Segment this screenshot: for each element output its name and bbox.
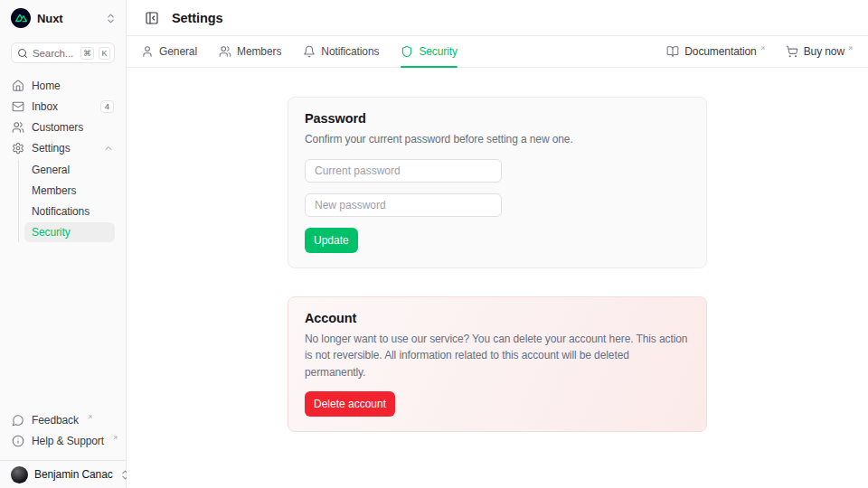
shield-icon xyxy=(401,45,413,58)
buy-now-label: Buy now xyxy=(804,45,844,58)
password-card-title: Password xyxy=(305,111,690,126)
shopping-cart-icon xyxy=(786,45,798,58)
tab-members[interactable]: Members xyxy=(219,36,281,67)
buy-now-link[interactable]: Buy now xyxy=(786,45,854,58)
help-support-label: Help & Support xyxy=(32,435,104,447)
account-card-description: No longer want to use our service? You c… xyxy=(305,331,688,381)
nuxt-logo-icon xyxy=(11,8,31,28)
chat-bubble-icon xyxy=(12,414,24,427)
tab-security[interactable]: Security xyxy=(401,36,458,67)
sidebar-item-customers[interactable]: Customers xyxy=(7,118,118,136)
inbox-icon xyxy=(12,100,24,113)
tab-label: Members xyxy=(237,45,281,58)
settings-submenu: General Members Notifications Security xyxy=(18,160,115,242)
collapse-sidebar-button[interactable] xyxy=(141,7,163,29)
tab-label: General xyxy=(159,45,197,58)
panel-left-close-icon xyxy=(145,11,159,25)
gear-icon xyxy=(12,142,24,155)
bell-icon xyxy=(303,45,316,58)
tab-notifications[interactable]: Notifications xyxy=(303,36,379,67)
customers-icon xyxy=(12,121,24,134)
home-icon xyxy=(12,80,24,92)
sidebar-item-home[interactable]: Home xyxy=(7,77,118,95)
chevron-up-icon xyxy=(103,143,114,154)
kbd-meta: ⌘ xyxy=(80,47,94,60)
search-placeholder: Search... xyxy=(33,48,76,59)
external-link-icon xyxy=(847,45,854,52)
password-card: Password Confirm your current password b… xyxy=(288,97,707,268)
chevron-up-down-icon xyxy=(105,13,117,24)
sidebar-item-members[interactable]: Members xyxy=(24,181,115,201)
sidebar-item-security[interactable]: Security xyxy=(24,222,115,242)
account-card-title: Account xyxy=(305,311,690,325)
workspace-name: Nuxt xyxy=(37,12,99,25)
sidebar-footer: Feedback Help & Support xyxy=(7,411,118,453)
sidebar-item-label: Customers xyxy=(32,121,114,134)
main-panel: Settings General Members Notifications xyxy=(127,0,868,488)
settings-tabs: General Members Notifications Security xyxy=(141,36,458,67)
sidebar: Nuxt Search... ⌘ K Home Inbox 4 Customer… xyxy=(0,0,127,488)
sidebar-item-label: Inbox xyxy=(32,100,93,113)
user-icon xyxy=(141,45,154,58)
delete-account-button[interactable]: Delete account xyxy=(305,391,395,417)
documentation-link[interactable]: Documentation xyxy=(666,45,765,58)
sidebar-item-general[interactable]: General xyxy=(24,160,115,180)
sidebar-spacer xyxy=(0,243,126,411)
info-circle-icon xyxy=(12,435,24,447)
feedback-label: Feedback xyxy=(32,414,79,427)
sidebar-item-label: Home xyxy=(32,80,114,92)
user-name: Benjamin Canac xyxy=(34,468,113,481)
tabs-bar: General Members Notifications Security xyxy=(127,36,868,68)
tab-general[interactable]: General xyxy=(141,36,197,67)
sidebar-item-inbox[interactable]: Inbox 4 xyxy=(7,98,118,116)
feedback-link[interactable]: Feedback xyxy=(7,411,118,429)
kbd-k: K xyxy=(99,47,110,60)
sidebar-item-label: Settings xyxy=(32,142,96,155)
inbox-count-badge: 4 xyxy=(100,100,114,113)
page-title: Settings xyxy=(172,11,222,25)
external-link-icon xyxy=(760,45,766,52)
book-open-icon xyxy=(666,45,679,58)
tab-label: Notifications xyxy=(321,45,379,58)
app-window: Nuxt Search... ⌘ K Home Inbox 4 Customer… xyxy=(0,0,868,488)
content-area: Password Confirm your current password b… xyxy=(127,68,868,488)
avatar xyxy=(11,466,28,483)
help-support-link[interactable]: Help & Support xyxy=(7,432,118,450)
documentation-label: Documentation xyxy=(684,45,756,58)
sidebar-item-notifications[interactable]: Notifications xyxy=(24,202,115,221)
sidebar-nav: Home Inbox 4 Customers Settings General … xyxy=(7,77,118,243)
user-menu[interactable]: Benjamin Canac xyxy=(0,460,126,488)
header-links: Documentation Buy now xyxy=(666,36,854,67)
current-password-field[interactable] xyxy=(305,159,502,183)
external-link-icon xyxy=(87,414,93,420)
sidebar-item-settings[interactable]: Settings xyxy=(7,139,118,157)
tab-label: Security xyxy=(419,45,458,58)
page-header: Settings xyxy=(127,0,868,36)
password-card-description: Confirm your current password before set… xyxy=(305,131,688,148)
users-icon xyxy=(219,45,231,58)
account-card: Account No longer want to use our servic… xyxy=(288,296,707,433)
search-input[interactable]: Search... ⌘ K xyxy=(11,42,115,63)
search-icon xyxy=(17,48,28,59)
update-password-button[interactable]: Update xyxy=(305,228,358,253)
new-password-field[interactable] xyxy=(305,193,502,217)
workspace-switcher[interactable]: Nuxt xyxy=(11,8,117,28)
external-link-icon xyxy=(112,435,118,441)
